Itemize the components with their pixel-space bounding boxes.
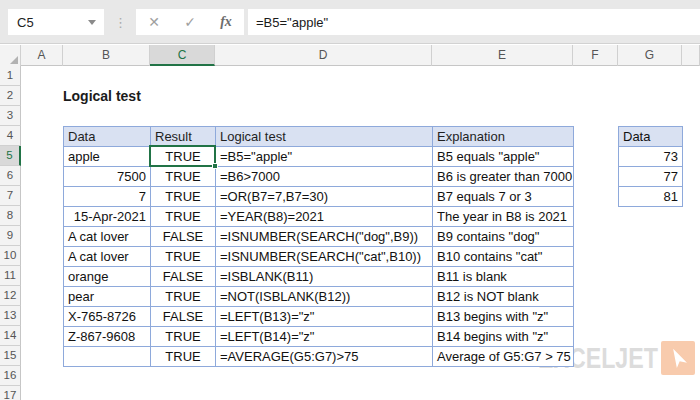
cell-C9[interactable]: FALSE — [151, 227, 216, 247]
column-headers: A B C D E F G — [0, 45, 700, 66]
row-header-17[interactable]: 17 — [0, 386, 21, 400]
cell-D9[interactable]: =ISNUMBER(SEARCH("dog",B9)) — [216, 227, 433, 247]
row-header-2[interactable]: 2 — [0, 86, 21, 106]
row-header-1[interactable]: 1 — [0, 66, 21, 86]
cell-C4[interactable]: Result — [151, 127, 216, 147]
col-header-B[interactable]: B — [63, 45, 150, 66]
cell-C15[interactable]: TRUE — [151, 347, 216, 367]
cell-C7[interactable]: TRUE — [151, 187, 216, 207]
enter-icon[interactable]: ✓ — [184, 9, 196, 35]
cell-E8[interactable]: The year in B8 is 2021 — [433, 207, 574, 227]
cell-D6[interactable]: =B6>7000 — [216, 167, 433, 187]
cell-E13[interactable]: B13 begins with "z" — [433, 307, 574, 327]
sheet-title[interactable]: Logical test — [63, 86, 141, 106]
row-header-13[interactable]: 13 — [0, 306, 21, 326]
cell-D4[interactable]: Logical test — [216, 127, 433, 147]
row-header-12[interactable]: 12 — [0, 286, 21, 306]
cell-B14[interactable]: Z-867-9608 — [64, 327, 151, 347]
col-header-E[interactable]: E — [432, 45, 573, 66]
cancel-icon[interactable]: ✕ — [148, 9, 160, 35]
formula-toolbar: C5 ⋮ ✕ ✓ fx =B5="apple" — [0, 0, 700, 44]
cell-B13[interactable]: X-765-8726 — [64, 307, 151, 327]
cell-C12[interactable]: TRUE — [151, 287, 216, 307]
cell-G7[interactable]: 81 — [619, 187, 683, 207]
insert-function-icon[interactable]: fx — [220, 14, 232, 30]
cell-E7[interactable]: B7 equals 7 or 3 — [433, 187, 574, 207]
fill-handle[interactable] — [212, 163, 218, 169]
name-box-dropdown-icon[interactable] — [88, 20, 96, 25]
col-header-G[interactable]: G — [618, 45, 682, 66]
cell-D14[interactable]: =LEFT(B14)="z" — [216, 327, 433, 347]
row-header-11[interactable]: 11 — [0, 266, 21, 286]
cell-C14[interactable]: TRUE — [151, 327, 216, 347]
select-all-triangle-icon — [10, 56, 18, 64]
cell-E10[interactable]: B10 contains "cat" — [433, 247, 574, 267]
cell-E9[interactable]: B9 contains "dog" — [433, 227, 574, 247]
row-header-3[interactable]: 3 — [0, 106, 21, 126]
cell-E11[interactable]: B11 is blank — [433, 267, 574, 287]
cell-D5[interactable]: =B5="apple" — [216, 147, 433, 167]
cell-D12[interactable]: =NOT(ISBLANK(B12)) — [216, 287, 433, 307]
col-header-F[interactable]: F — [573, 45, 618, 66]
row-header-6[interactable]: 6 — [0, 166, 21, 186]
cell-D7[interactable]: =OR(B7=7,B7=30) — [216, 187, 433, 207]
name-box-value: C5 — [8, 15, 88, 30]
cell-G5[interactable]: 73 — [619, 147, 683, 167]
col-header-A[interactable]: A — [21, 45, 63, 66]
cell-E4[interactable]: Explanation — [433, 127, 574, 147]
main-table: Data Result Logical test Explanation app… — [63, 126, 574, 367]
cell-B4[interactable]: Data — [64, 127, 151, 147]
cell-E15[interactable]: Average of G5:G7 > 75 — [433, 347, 574, 367]
col-header-D[interactable]: D — [215, 45, 432, 66]
row-header-7[interactable]: 7 — [0, 186, 21, 206]
paper-plane-icon — [661, 341, 695, 375]
row-header-16[interactable]: 16 — [0, 366, 21, 386]
formula-bar-text: =B5="apple" — [248, 15, 328, 30]
col-header-partial[interactable] — [682, 45, 700, 66]
row-headers: 1 2 3 4 5 6 7 8 9 10 11 12 13 14 15 16 1… — [0, 66, 21, 400]
cell-B11[interactable]: orange — [64, 267, 151, 287]
cell-B8[interactable]: 15-Apr-2021 — [64, 207, 151, 227]
row-header-5[interactable]: 5 — [0, 146, 21, 166]
row-header-15[interactable]: 15 — [0, 346, 21, 366]
select-all-corner[interactable] — [0, 45, 21, 66]
cell-G6[interactable]: 77 — [619, 167, 683, 187]
cell-G4[interactable]: Data — [619, 127, 683, 147]
cell-C8[interactable]: TRUE — [151, 207, 216, 227]
toolbar-separator-dots: ⋮ — [114, 9, 127, 35]
col-header-C[interactable]: C — [150, 45, 215, 66]
cell-E14[interactable]: B14 begins with "z" — [433, 327, 574, 347]
cell-C6[interactable]: TRUE — [151, 167, 216, 187]
cell-E6[interactable]: B6 is greater than 7000 — [433, 167, 574, 187]
cell-C13[interactable]: FALSE — [151, 307, 216, 327]
cell-B5[interactable]: apple — [64, 147, 151, 167]
cell-E12[interactable]: B12 is NOT blank — [433, 287, 574, 307]
row-header-14[interactable]: 14 — [0, 326, 21, 346]
row-header-4[interactable]: 4 — [0, 126, 21, 146]
row-header-10[interactable]: 10 — [0, 246, 21, 266]
cell-D10[interactable]: =ISNUMBER(SEARCH("cat",B10)) — [216, 247, 433, 267]
cell-D13[interactable]: =LEFT(B13)="z" — [216, 307, 433, 327]
cell-B7[interactable]: 7 — [64, 187, 151, 207]
cell-B15[interactable] — [64, 347, 151, 367]
cell-D15[interactable]: =AVERAGE(G5:G7)>75 — [216, 347, 433, 367]
row-header-8[interactable]: 8 — [0, 206, 21, 226]
formula-bar[interactable]: =B5="apple" — [248, 9, 700, 35]
selection-box[interactable] — [149, 145, 216, 167]
cell-D11[interactable]: =ISBLANK(B11) — [216, 267, 433, 287]
side-table: Data 73 77 81 — [618, 126, 683, 207]
cell-C11[interactable]: FALSE — [151, 267, 216, 287]
name-box[interactable]: C5 — [8, 9, 104, 35]
cell-D8[interactable]: =YEAR(B8)=2021 — [216, 207, 433, 227]
cell-B10[interactable]: A cat lover — [64, 247, 151, 267]
cell-E5[interactable]: B5 equals "apple" — [433, 147, 574, 167]
cell-B6[interactable]: 7500 — [64, 167, 151, 187]
row-header-9[interactable]: 9 — [0, 226, 21, 246]
formula-command-group: ✕ ✓ fx — [136, 9, 244, 35]
cell-C10[interactable]: TRUE — [151, 247, 216, 267]
excel-window: C5 ⋮ ✕ ✓ fx =B5="apple" A B C D E F G 1 … — [0, 0, 700, 400]
cell-B12[interactable]: pear — [64, 287, 151, 307]
cell-B9[interactable]: A cat lover — [64, 227, 151, 247]
